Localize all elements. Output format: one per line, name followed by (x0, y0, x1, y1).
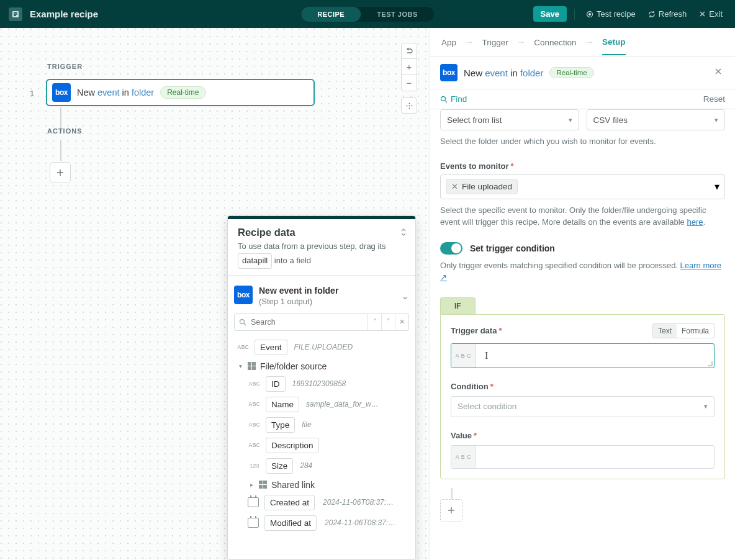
setup-breadcrumb: App → Trigger → Connection → Setup (430, 28, 735, 56)
crumb-setup[interactable]: Setup (602, 29, 626, 55)
search-input[interactable] (251, 318, 367, 327)
test-recipe-button[interactable]: Test recipe (582, 7, 639, 21)
sample-value: file (302, 420, 311, 429)
folder-value-select[interactable]: CSV files▾ (587, 109, 726, 130)
folder-mode-select[interactable]: Select from list▾ (440, 109, 579, 130)
view-switch: RECIPE TEST JOBS (300, 6, 435, 22)
if-condition-tab: IF (440, 297, 476, 314)
tab-recipe[interactable]: RECIPE (301, 7, 361, 22)
svg-point-5 (588, 13, 590, 15)
search-clear-button[interactable]: ✕ (395, 314, 408, 330)
trigger-data-label: Trigger data* (451, 326, 502, 335)
type-icon: ABC (248, 422, 261, 428)
datapill-row: Created at 2024-11-06T08:37:59-08:00 (248, 492, 410, 513)
datapill-search: ˄ ˅ ✕ (234, 314, 409, 331)
recipe-data-panel: Recipe data To use data from a previous … (227, 215, 416, 560)
app-logo-icon (9, 7, 22, 21)
zoom-in-button[interactable]: + (401, 59, 417, 75)
trigger-step-card[interactable]: box New event in folder Real-time (46, 79, 315, 106)
datapill-row: 123 Size 284 (248, 456, 410, 476)
datapill-name[interactable]: Name (266, 397, 299, 412)
datapill-row: Modified at 2024-11-06T08:37:59-08:00 (248, 513, 410, 533)
search-icon (235, 318, 251, 326)
type-icon: 123 (248, 463, 261, 469)
datapill-row: ABC ID 1693102309858 (248, 374, 410, 394)
events-help: Select the specific event to monitor. On… (440, 204, 725, 228)
events-label: Events to monitor* (440, 161, 725, 171)
trigger-condition-help: Only trigger events matching specified c… (440, 260, 725, 284)
datapill-description[interactable]: Description (266, 438, 319, 453)
mode-text[interactable]: Text (653, 324, 677, 338)
exit-button[interactable]: Exit (695, 7, 726, 21)
datapill-group[interactable]: ▾ File/folder source (237, 358, 410, 374)
test-recipe-label: Test recipe (597, 9, 636, 19)
resize-handle-icon[interactable] (708, 361, 713, 366)
search-next-button[interactable]: ˅ (381, 314, 395, 330)
find-button[interactable]: Find (440, 94, 467, 104)
trigger-data-input[interactable]: A B C I (451, 343, 715, 368)
trigger-condition-label: Set trigger condition (470, 243, 555, 253)
zoom-out-button[interactable]: − (401, 75, 417, 91)
datapill-size[interactable]: Size (266, 458, 293, 474)
datapill-created-at[interactable]: Created at (264, 495, 315, 510)
refresh-button[interactable]: Refresh (644, 7, 691, 21)
actions-section-label: ACTIONS (47, 127, 83, 135)
step-output-title: New event in folder (259, 286, 338, 296)
collapse-icon: ▾ (237, 363, 244, 369)
box-app-icon: box (52, 83, 71, 102)
panel-step-description: New event in folder (464, 68, 543, 78)
reset-button[interactable]: Reset (703, 94, 725, 104)
step-output-sub: (Step 1 output) (259, 297, 338, 306)
realtime-badge: Real-time (549, 67, 593, 78)
events-help-link[interactable]: here (687, 217, 703, 227)
step-output-header[interactable]: box New event in folder (Step 1 output) … (228, 282, 415, 310)
svg-point-12 (441, 96, 446, 101)
add-condition-button[interactable] (440, 499, 462, 522)
events-select[interactable]: ✕ File uploaded ▾ (440, 174, 725, 199)
value-input[interactable]: A B C (451, 445, 715, 469)
folder-help: Select the folder under which you wish t… (440, 135, 725, 148)
chevron-down-icon: ▾ (715, 181, 719, 192)
close-icon[interactable] (711, 65, 725, 81)
crumb-app[interactable]: App (441, 29, 456, 55)
sample-value: sample_data_for_workato_test.csv (306, 400, 381, 409)
datapill-row: ABC Type file (248, 415, 410, 435)
value-label: Value* (451, 431, 715, 440)
recipe-canvas: TRIGGER 1 box New event in folder Real-t… (0, 28, 430, 560)
object-icon (259, 481, 268, 489)
sample-value: 2024-11-06T08:37:59-08:00 (323, 498, 397, 507)
condition-select[interactable]: Select condition▾ (451, 396, 715, 417)
connector-line (60, 140, 61, 161)
search-prev-button[interactable]: ˄ (367, 314, 381, 330)
trigger-condition-toggle[interactable] (440, 242, 462, 255)
save-button[interactable]: Save (533, 6, 567, 22)
datapill-type[interactable]: Type (266, 417, 295, 433)
datapill-example: datapill (238, 253, 272, 269)
mode-formula[interactable]: Formula (677, 324, 714, 338)
box-app-icon: box (440, 64, 458, 81)
datapill-modified-at[interactable]: Modified at (264, 515, 317, 531)
canvas-tools: + − (401, 43, 417, 114)
crumb-trigger[interactable]: Trigger (482, 29, 508, 55)
datapill-event[interactable]: Event (255, 340, 287, 355)
event-chip: ✕ File uploaded (446, 179, 518, 194)
svg-rect-3 (14, 15, 16, 16)
svg-rect-2 (14, 14, 17, 15)
datapill-id[interactable]: ID (266, 376, 286, 392)
sample-value: 2024-11-06T08:37:59-08:00 (325, 518, 399, 527)
type-icon: A B C (451, 446, 476, 468)
separator (574, 9, 575, 20)
datapill-group[interactable]: ▸ Shared link (248, 476, 410, 492)
datapill-row: ABC Event FILE.UPLOADED (237, 337, 410, 358)
fit-button[interactable] (401, 97, 417, 114)
remove-chip-icon[interactable]: ✕ (451, 182, 458, 191)
type-icon: ABC (248, 401, 261, 407)
collapse-icon[interactable] (399, 228, 408, 239)
svg-point-9 (408, 102, 410, 104)
add-step-button[interactable] (50, 162, 71, 183)
tab-test-jobs[interactable]: TEST JOBS (361, 7, 434, 22)
crumb-connection[interactable]: Connection (534, 29, 576, 55)
type-icon: A B C (451, 344, 476, 368)
undo-button[interactable] (401, 43, 417, 59)
sample-value: 1693102309858 (292, 379, 346, 388)
